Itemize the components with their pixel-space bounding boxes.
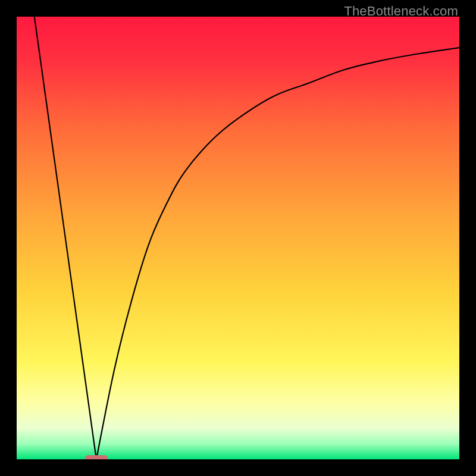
chart-plot-area	[17, 17, 459, 459]
curve-left-branch	[35, 17, 96, 459]
bottleneck-marker	[84, 455, 108, 459]
chart-curve	[17, 17, 459, 459]
curve-right-branch	[96, 48, 459, 459]
